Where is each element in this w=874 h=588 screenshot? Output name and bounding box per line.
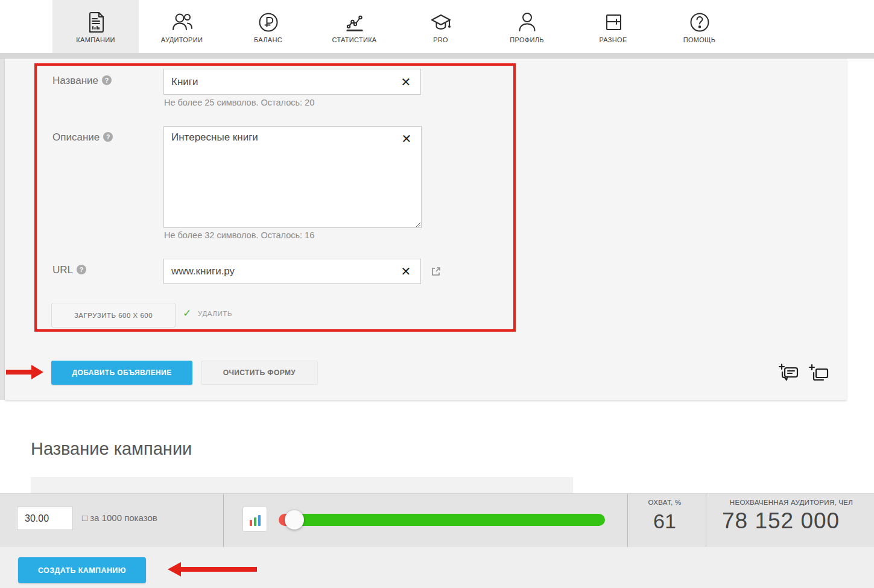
bid-control-bar: □ за 1000 показов ОХВАТ, % 61 НЕОХВАЧЕНН… [0, 493, 874, 547]
campaign-title: Название кампании [31, 439, 192, 459]
description-field-label: Описание? [52, 131, 113, 144]
nav-item-audiences[interactable]: АУДИТОРИИ [139, 0, 225, 53]
help-icon [688, 10, 712, 34]
nav-label: PRO [433, 36, 448, 43]
bar-chart-icon [250, 520, 252, 526]
bar-chart-icon [258, 515, 261, 526]
name-label-text: Название [52, 75, 98, 86]
coverage-chart-button[interactable] [242, 506, 267, 532]
check-icon: ✓ [183, 307, 191, 320]
bid-input[interactable] [17, 507, 73, 530]
nav-item-profile[interactable]: ПРОФИЛЬ [484, 0, 570, 53]
misc-icon [601, 10, 625, 34]
clear-form-button[interactable]: ОЧИСТИТЬ ФОРМУ [201, 361, 318, 385]
nav-label: ПОМОЩЬ [683, 36, 716, 43]
bar-chart-icon [254, 517, 256, 526]
audiences-icon [170, 10, 194, 34]
description-label-text: Описание [52, 131, 100, 143]
balance-icon [256, 10, 280, 34]
divider [706, 494, 706, 548]
unreached-audience-label: НЕОХВАЧЕННАЯ АУДИТОРИЯ, ЧЕЛ [712, 499, 871, 506]
name-field-label: Название? [52, 75, 112, 87]
nav-label: СТАТИСТИКА [332, 36, 377, 43]
create-campaign-button[interactable]: СОЗДАТЬ КАМПАНИЮ [18, 557, 146, 583]
url-label-text: URL [52, 264, 73, 276]
nav-item-campaigns[interactable]: КАМПАНИИ [52, 0, 139, 53]
nav-label: АУДИТОРИИ [161, 36, 203, 43]
bid-unit-label: □ за 1000 показов [82, 513, 157, 523]
statistics-icon [343, 10, 367, 34]
url-field-label: URL? [52, 264, 86, 276]
name-hint: Не более 25 символов. Осталось: 20 [164, 98, 314, 107]
help-badge-icon[interactable]: ? [103, 132, 113, 142]
reach-value: 61 [635, 510, 695, 533]
nav-item-balance[interactable]: БАЛАНС [225, 0, 311, 53]
description-textarea[interactable]: Интересные книги [163, 126, 422, 228]
campaign-row-header [31, 477, 573, 493]
add-text-ad-icon[interactable] [776, 361, 800, 385]
url-input[interactable] [163, 259, 421, 284]
upload-image-button[interactable]: ЗАГРУЗИТЬ 600 X 600 [51, 303, 176, 327]
nav-label: РАЗНОЕ [599, 36, 627, 43]
name-clear-icon[interactable]: ✕ [397, 73, 415, 91]
name-input[interactable] [163, 69, 421, 95]
open-url-icon[interactable] [431, 266, 443, 278]
unreached-audience-value: 78 152 000 [722, 508, 840, 534]
nav-separator [0, 53, 874, 58]
campaigns-icon [84, 10, 108, 34]
reach-label: ОХВАТ, % [635, 499, 695, 506]
add-image-ad-icon[interactable] [806, 362, 831, 387]
divider [627, 494, 628, 548]
top-nav: КАМПАНИИ АУДИТОРИИ БАЛАНС [0, 0, 874, 53]
nav-label: ПРОФИЛЬ [510, 36, 543, 43]
page-margin [0, 58, 5, 400]
add-ad-button[interactable]: ДОБАВИТЬ ОБЪЯВЛЕНИЕ [51, 361, 192, 385]
nav-item-misc[interactable]: РАЗНОЕ [570, 0, 656, 53]
profile-icon [515, 10, 539, 34]
delete-image-link[interactable]: УДАЛИТЬ [198, 310, 232, 317]
url-clear-icon[interactable]: ✕ [397, 262, 415, 280]
description-clear-icon[interactable]: ✕ [397, 130, 416, 148]
divider [223, 494, 224, 548]
nav-label: БАЛАНС [254, 36, 282, 43]
help-badge-icon[interactable]: ? [77, 265, 86, 274]
nav-item-help[interactable]: ПОМОЩЬ [656, 0, 743, 53]
help-badge-icon[interactable]: ? [102, 75, 112, 85]
ad-form-panel [5, 58, 847, 400]
bid-slider-handle[interactable] [285, 510, 304, 530]
bid-slider-track[interactable] [290, 514, 605, 526]
nav-item-statistics[interactable]: СТАТИСТИКА [311, 0, 397, 53]
nav-item-pro[interactable]: PRO [397, 0, 484, 53]
nav-label: КАМПАНИИ [76, 36, 115, 43]
page: КАМПАНИИ АУДИТОРИИ БАЛАНС [0, 0, 874, 588]
description-hint: Не более 32 символов. Осталось: 16 [164, 230, 314, 240]
pro-icon [429, 10, 453, 34]
